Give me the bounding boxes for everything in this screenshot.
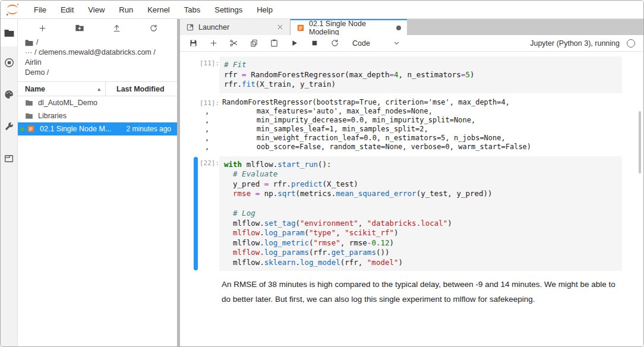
home-folder-icon[interactable]	[25, 39, 33, 46]
save-icon	[189, 39, 198, 48]
active-cell-collapser[interactable]	[194, 157, 198, 271]
code-line: mlflow.log_params(rfr.get_params())	[224, 248, 617, 258]
menu-item-settings[interactable]: Settings	[207, 5, 250, 14]
notebook-content: [11]:# Fitrfr = RandomForestRegressor(ma…	[180, 52, 643, 346]
breadcrumb-path[interactable]: ··· / clemens.mewald@databricks.com / Ai…	[25, 48, 171, 68]
code-cell: [11]:# Fitrfr = RandomForestRegressor(ma…	[180, 56, 643, 93]
activity-tab-property-inspector[interactable]	[1, 111, 17, 143]
menu-item-file[interactable]: File	[27, 5, 53, 14]
copy-cells-button[interactable]	[247, 37, 261, 50]
code-cell: [22]:with mlflow.start_run(): # Evaluate…	[180, 156, 643, 272]
notebook-icon	[296, 24, 305, 32]
file-name: dl_AutoML_Demo	[38, 99, 97, 107]
folder-icon	[25, 112, 33, 120]
insert-cell-button[interactable]	[206, 37, 220, 50]
notebook-toolbar: Code Jupyter (Python 3), running	[180, 35, 643, 52]
jupyterlab-window: FileEditViewRunKernelTabsSettingsHelp / …	[0, 0, 644, 347]
code-line: rfr.fit(X_train, y_train)	[224, 80, 617, 90]
refresh-icon	[149, 24, 158, 33]
code-line: # Fit	[224, 60, 617, 70]
activity-tab-file-browser[interactable]	[1, 19, 17, 46]
file-browser-panel: / ··· / clemens.mewald@databricks.com / …	[18, 19, 177, 346]
column-header-name[interactable]: Name ▴	[18, 82, 105, 96]
interrupt-kernel-icon	[310, 39, 319, 48]
open-tabs-icon	[4, 153, 14, 164]
sort-ascending-icon: ▴	[97, 86, 100, 92]
activity-tab-running-sessions[interactable]	[1, 46, 17, 78]
restart-kernel-icon	[330, 39, 339, 48]
copy-cells-icon	[250, 39, 258, 48]
tab-02-1-single-node-modeling[interactable]: 02.1 Single Node Modeling	[291, 19, 407, 35]
code-line: rfr = RandomForestRegressor(max_depth=4,…	[224, 70, 617, 80]
file-list-item[interactable]: 02.1 Single Node M...2 minutes ago	[18, 122, 177, 135]
cell-input-prompt: [11]:	[200, 56, 219, 93]
refresh-button[interactable]	[147, 21, 160, 34]
breadcrumb-root[interactable]: /	[36, 37, 38, 48]
file-list-item[interactable]: dl_AutoML_Demo	[18, 96, 177, 109]
cell-input-prompt: [22]:	[200, 156, 219, 272]
folder-icon	[25, 99, 33, 107]
menu-item-help[interactable]: Help	[250, 5, 280, 14]
paste-cells-button[interactable]	[267, 37, 281, 50]
file-name: 02.1 Single Node M...	[40, 125, 111, 133]
cell-code-editor[interactable]: # Fitrfr = RandomForestRegressor(max_dep…	[219, 56, 622, 93]
column-header-last-modified[interactable]: Last Modified	[105, 82, 177, 96]
jupyter-logo-icon	[5, 3, 20, 16]
new-folder-button[interactable]	[73, 21, 86, 34]
code-line: mlflow.sklearn.log_model(rfr, "model")	[224, 258, 617, 268]
output-text: RandomForestRegressor(bootstrap=True, cr…	[205, 98, 643, 152]
code-line: mlflow.log_metric("rmse", rmse-0.12)	[224, 238, 617, 248]
run-cell-icon	[290, 39, 299, 48]
tab-launcher[interactable]: Launcher	[180, 19, 291, 35]
menu-item-run[interactable]: Run	[112, 5, 140, 14]
file-browser-icon	[4, 27, 15, 39]
cell-code-editor[interactable]: with mlflow.start_run(): # Evaluate y_pr…	[219, 156, 622, 272]
tab-bar: Launcher02.1 Single Node Modeling	[180, 19, 643, 35]
file-name: Libraries	[38, 112, 67, 120]
menu-item-kernel[interactable]: Kernel	[140, 5, 177, 14]
new-launcher-button[interactable]	[36, 21, 49, 34]
upload-button[interactable]	[110, 21, 123, 34]
insert-cell-icon	[209, 39, 218, 48]
code-line	[224, 199, 617, 209]
menu-item-view[interactable]: View	[81, 5, 112, 14]
save-button[interactable]	[186, 37, 200, 50]
cut-cells-button[interactable]	[226, 37, 241, 50]
interrupt-kernel-button[interactable]	[307, 37, 321, 50]
activity-tab-command-palette[interactable]	[1, 78, 17, 111]
chevron-down-icon[interactable]	[393, 39, 400, 47]
code-line: with mlflow.start_run():	[224, 160, 617, 170]
activity-tab-open-tabs[interactable]	[1, 143, 17, 175]
menu-item-tabs[interactable]: Tabs	[177, 5, 207, 14]
unsaved-changes-dot-icon	[396, 26, 401, 30]
kernel-status-indicator-icon	[627, 39, 635, 48]
property-inspector-icon	[4, 121, 14, 132]
run-cell-button[interactable]	[287, 37, 301, 50]
launcher-icon	[186, 23, 194, 31]
kernel-running-dot-icon	[20, 127, 24, 131]
code-line: # Log	[224, 209, 617, 219]
activity-bar	[1, 19, 18, 346]
restart-kernel-button[interactable]	[327, 37, 342, 50]
markdown-line: do better later. But first, we can also …	[222, 292, 620, 307]
menu-bar: FileEditViewRunKernelTabsSettingsHelp	[1, 1, 643, 19]
close-icon[interactable]	[276, 23, 284, 31]
cut-cells-icon	[229, 39, 238, 48]
running-sessions-icon	[4, 57, 15, 68]
tab-label: Launcher	[198, 23, 229, 31]
last-modified-value: 2 minutes ago	[127, 125, 177, 133]
paste-cells-icon	[270, 39, 279, 48]
code-line: mlflow.set_tag("environment", "databrick…	[224, 219, 617, 229]
new-launcher-icon	[38, 24, 47, 33]
new-folder-icon	[75, 23, 84, 33]
markdown-cell[interactable]: An RMSE of 38 minutes is high compared t…	[180, 277, 643, 307]
kernel-status-text: Jupyter (Python 3), running	[530, 39, 620, 48]
breadcrumb: / ··· / clemens.mewald@databricks.com / …	[18, 37, 177, 81]
file-list-item[interactable]: Libraries	[18, 109, 177, 122]
cell-type-dropdown[interactable]: Code	[352, 39, 370, 48]
breadcrumb-path[interactable]: Demo /	[25, 68, 171, 78]
menu-item-edit[interactable]: Edit	[53, 5, 81, 14]
file-list: dl_AutoML_DemoLibraries02.1 Single Node …	[18, 96, 177, 135]
cell-output-area: [11]: RandomForestRegressor(bootstrap=Tr…	[180, 98, 643, 152]
upload-icon	[112, 24, 121, 33]
